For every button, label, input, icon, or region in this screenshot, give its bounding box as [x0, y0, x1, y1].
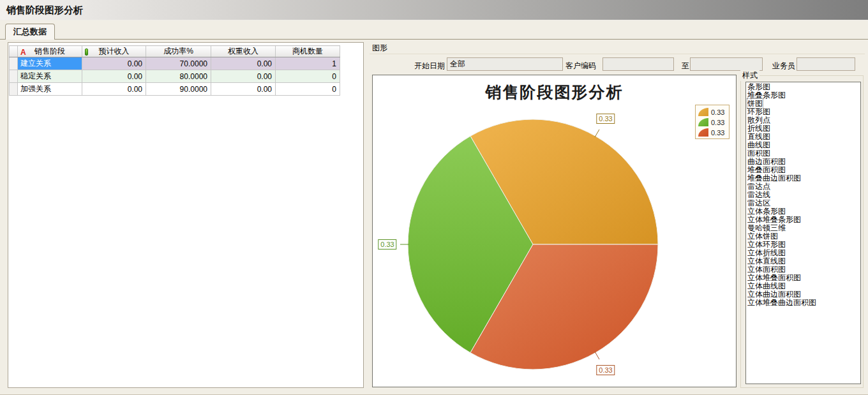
window-title: 销售阶段图形分析	[6, 4, 83, 17]
pie-slice-label: 0.33	[596, 365, 615, 375]
start-date-label: 开始日期	[414, 61, 445, 71]
column-header-4[interactable]: 商机数量	[276, 46, 340, 57]
table-row: 稳定关系0.0080.00000.000	[10, 70, 340, 83]
row-indicator-header	[10, 46, 18, 57]
table-cell-stage[interactable]: 稳定关系	[18, 70, 82, 83]
column-header-label: 权重收入	[211, 46, 275, 57]
style-list-item-label: 立体直线图	[747, 257, 786, 265]
style-list-item-label: 曲边面积图	[747, 157, 786, 166]
legend-value: 0.33	[711, 129, 724, 137]
style-list-item-label: 折线图	[747, 124, 770, 133]
table-header: A销售阶段预计收入成功率%权重收入商机数量	[10, 46, 340, 57]
style-list-item-label: 立体曲边面积图	[747, 290, 801, 299]
table-cell[interactable]: 0.00	[211, 57, 276, 70]
style-list-item-label: 直线图	[747, 132, 770, 141]
column-header-1[interactable]: 预计收入	[82, 46, 146, 57]
graph-panel-title: 图形	[372, 43, 387, 54]
customer-code-label: 客户编码	[565, 61, 596, 71]
style-list-item-label: 立体饼图	[747, 232, 778, 241]
style-list-item-label: 立体折线图	[747, 248, 786, 257]
table-row: 建立关系0.0070.00000.001	[10, 57, 340, 70]
red-a-icon: A	[20, 48, 26, 57]
style-list-item-label: 立体堆叠曲边面积图	[747, 298, 816, 307]
style-list-item-label: 条形图	[747, 82, 770, 91]
legend-swatch-icon	[698, 128, 708, 137]
window-titlebar: 销售阶段图形分析	[0, 0, 868, 20]
column-header-label: 成功率%	[146, 46, 211, 57]
style-list-item-label: 散列点	[747, 116, 770, 124]
legend-entry: 0.33	[698, 118, 726, 126]
style-list-item-label: 曲线图	[747, 140, 770, 149]
customer-code-to-field[interactable]	[690, 57, 763, 71]
style-list-item-label: 堆叠曲边面积图	[747, 174, 801, 183]
style-list-item[interactable]: 立体堆叠曲边面积图	[747, 299, 860, 307]
app-window: { "window": { "title": "销售阶段图形分析" }, "ta…	[0, 0, 868, 395]
style-list-item-label: 立体堆叠面积图	[747, 273, 801, 282]
salesperson-label: 业务员	[772, 61, 795, 71]
style-list-item-label: 环形图	[747, 107, 770, 116]
table-cell-stage[interactable]: 加强关系	[18, 83, 82, 96]
sales-stage-table: A销售阶段预计收入成功率%权重收入商机数量 建立关系0.0070.00000.0…	[9, 45, 340, 96]
table-cell[interactable]: 90.0000	[146, 83, 211, 96]
table-row: 加强关系0.0090.00000.000	[10, 83, 340, 96]
style-list-item-label: 立体曲线图	[747, 281, 786, 290]
style-list-item-label: 堆叠条形图	[747, 91, 786, 100]
row-indicator-cell[interactable]	[10, 83, 18, 96]
style-list-item-label: 堆叠面积图	[747, 165, 786, 174]
style-groupbox-title: 样式	[740, 70, 760, 81]
graph-panel-divider	[370, 54, 865, 54]
pie-callout-line	[595, 130, 599, 137]
table-cell[interactable]: 0.00	[211, 70, 276, 83]
table-cell[interactable]: 80.0000	[146, 70, 211, 83]
column-header-3[interactable]: 权重收入	[211, 46, 276, 57]
column-header-0[interactable]: A销售阶段	[18, 46, 82, 57]
legend-entry: 0.33	[698, 108, 726, 116]
style-list-item-label: 立体堆叠条形图	[747, 215, 801, 224]
customer-code-field[interactable]	[602, 57, 674, 71]
chart-legend: 0.330.330.33	[695, 105, 730, 139]
pie-slice-label: 0.33	[378, 239, 396, 250]
style-list-item-label: 立体环形图	[747, 240, 786, 249]
to-label: 至	[682, 61, 689, 71]
table-cell-stage[interactable]: 建立关系	[18, 57, 82, 70]
chart-style-listbox: 条形图堆叠条形图饼图环形图散列点折线图直线图曲线图面积图曲边面积图堆叠面积图堆叠…	[745, 82, 861, 384]
legend-value: 0.33	[711, 119, 724, 126]
pie-slice-label: 0.33	[596, 114, 615, 124]
start-date-field[interactable]	[447, 57, 563, 71]
style-list-item-label: 立体条形图	[747, 207, 786, 216]
column-header-label: 销售阶段	[18, 46, 82, 57]
row-indicator-cell[interactable]	[10, 70, 18, 83]
style-list-item[interactable]: 堆叠条形图	[747, 91, 860, 100]
table-cell[interactable]: 70.0000	[146, 57, 211, 70]
row-indicator-cell[interactable]	[10, 57, 18, 70]
table-cell[interactable]: 0	[276, 83, 340, 96]
table-cell[interactable]: 1	[276, 57, 340, 70]
table-cell[interactable]: 0.00	[82, 83, 146, 96]
legend-swatch-icon	[698, 108, 708, 116]
style-list-item-label: 雷达点	[747, 182, 770, 191]
column-header-label: 商机数量	[276, 46, 340, 57]
legend-entry: 0.33	[698, 128, 726, 137]
table-cell[interactable]: 0.00	[82, 57, 146, 70]
table-cell[interactable]: 0.00	[82, 70, 146, 83]
legend-value: 0.33	[711, 108, 724, 116]
chart-area: 销售阶段图形分析 0.330.330.33 0.330.330.33	[372, 75, 737, 387]
table-cell[interactable]: 0.00	[211, 83, 276, 96]
column-header-2[interactable]: 成功率%	[146, 46, 211, 57]
pie-callout-line	[595, 352, 599, 359]
table-cell[interactable]: 0	[276, 70, 340, 83]
style-list-item-label: 曼哈顿三维	[747, 223, 786, 232]
salesperson-field[interactable]	[797, 57, 855, 71]
green-bar-icon	[85, 48, 88, 56]
column-header-label: 预计收入	[82, 46, 146, 57]
tab-summary-data[interactable]: 汇总数据	[5, 24, 55, 40]
style-list-item-label: 雷达线	[747, 190, 770, 199]
pie-chart	[373, 75, 736, 387]
style-list-item-label: 立体面积图	[747, 265, 786, 274]
tab-bar: 汇总数据	[0, 20, 868, 40]
style-list-item-label: 雷达区	[747, 198, 770, 207]
style-list-item-label: 面积图	[747, 149, 770, 158]
style-list-item-label: 饼图	[747, 99, 763, 108]
legend-swatch-icon	[698, 118, 708, 126]
